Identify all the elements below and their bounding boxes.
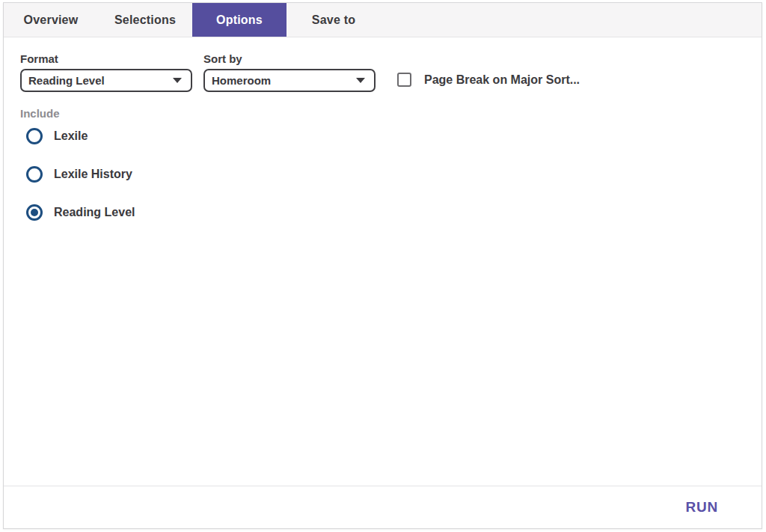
radio-dot [31, 171, 38, 178]
tab-label: Selections [114, 13, 176, 27]
page-break-option[interactable]: Page Break on Major Sort... [397, 73, 580, 87]
radio-button[interactable] [26, 166, 43, 183]
sort-by-label: Sort by [203, 52, 376, 65]
report-options-window: Overview Selections Options Save to Form… [3, 2, 762, 529]
include-label: Include [20, 107, 745, 120]
page-break-checkbox[interactable] [397, 73, 411, 87]
radio-label: Reading Level [54, 206, 135, 219]
radio-option-lexile[interactable]: Lexile [26, 127, 745, 145]
format-label: Format [20, 52, 192, 65]
tab-overview[interactable]: Overview [4, 3, 98, 37]
tab-selections[interactable]: Selections [98, 3, 192, 37]
format-field: Format Reading Level [20, 52, 192, 92]
sort-by-field: Sort by Homeroom [203, 52, 376, 92]
radio-label: Lexile History [54, 168, 132, 181]
caret-down-icon [173, 78, 182, 83]
radio-dot [31, 132, 38, 140]
tab-bar: Overview Selections Options Save to [4, 3, 762, 37]
radio-dot [31, 209, 38, 216]
caret-down-icon [356, 78, 365, 83]
tab-label: Overview [24, 13, 79, 27]
format-dropdown-value: Reading Level [28, 74, 167, 87]
page-break-label: Page Break on Major Sort... [424, 73, 580, 87]
tab-label: Options [216, 13, 263, 27]
radio-button[interactable] [26, 128, 43, 144]
tab-label: Save to [312, 13, 355, 27]
tab-options[interactable]: Options [192, 3, 287, 37]
options-panel: Format Reading Level Sort by Homeroom Pa… [4, 37, 762, 486]
radio-option-reading-level[interactable]: Reading Level [26, 204, 745, 221]
sort-by-dropdown[interactable]: Homeroom [203, 69, 376, 92]
radio-option-lexile-history[interactable]: Lexile History [26, 165, 745, 183]
tab-save-to[interactable]: Save to [287, 3, 381, 37]
footer-bar: RUN [4, 486, 762, 528]
include-radio-group: Lexile Lexile History Reading Level [20, 127, 745, 221]
format-dropdown[interactable]: Reading Level [20, 69, 192, 92]
sort-by-dropdown-value: Homeroom [212, 74, 350, 87]
radio-label: Lexile [54, 129, 88, 143]
format-sort-row: Format Reading Level Sort by Homeroom Pa… [20, 52, 745, 92]
radio-button[interactable] [26, 204, 43, 221]
run-button[interactable]: RUN [685, 499, 718, 516]
